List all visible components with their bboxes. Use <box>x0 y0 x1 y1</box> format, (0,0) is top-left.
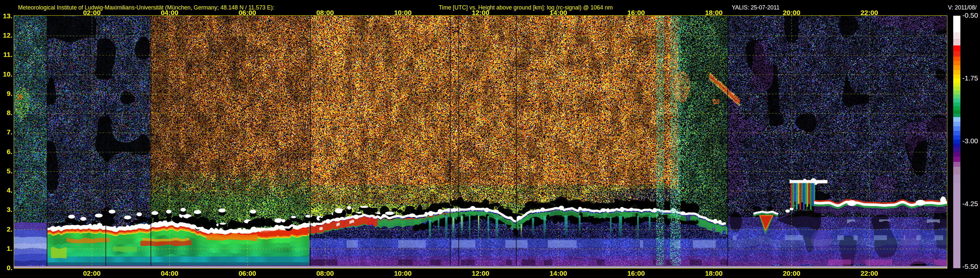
colorbar-tail <box>953 183 960 268</box>
x-tick-label: 08:00 <box>311 270 339 277</box>
x-tick-label: 20:00 <box>778 270 805 277</box>
y-tick-label: 1. <box>0 244 13 252</box>
y-tick-label: 5. <box>0 167 13 175</box>
colorbar-step <box>953 45 960 51</box>
colorbar-step <box>953 83 960 87</box>
y-tick-label: 13. <box>0 12 13 20</box>
colorbar-step <box>953 114 960 117</box>
colorbar-step <box>953 175 960 183</box>
colorbar-step <box>953 106 960 110</box>
colorbar-step <box>953 32 960 39</box>
colorbar-tick-label: -4.25 <box>963 200 978 208</box>
y-tick-label: 3. <box>0 206 13 214</box>
y-tick-label: 6. <box>0 148 13 156</box>
colorbar-step <box>953 144 960 147</box>
colorbar-step <box>953 16 960 24</box>
colorbar-step <box>953 136 960 140</box>
x-tick-label: 10:00 <box>389 270 417 277</box>
colorbar-step <box>953 152 960 157</box>
lidar-heatmap <box>14 16 947 268</box>
colorbar-step <box>953 131 960 136</box>
colorbar-step <box>953 147 960 152</box>
colorbar-step <box>953 24 960 33</box>
y-tick-label: 12. <box>0 31 13 39</box>
colorbar-step <box>953 91 960 94</box>
colorbar-step <box>953 162 960 167</box>
colorbar-step <box>953 140 960 144</box>
colorbar-tick-label: -3.00 <box>963 137 978 145</box>
y-tick-label: 2. <box>0 225 13 233</box>
y-tick-label: 9. <box>0 89 13 97</box>
colorbar-step <box>953 99 960 102</box>
x-tick-label: 14:00 <box>544 270 572 277</box>
colorbar-step <box>953 121 960 126</box>
colorbar-step <box>953 57 960 61</box>
y-tick-label: 4. <box>0 187 13 194</box>
colorbar-step <box>953 110 960 114</box>
x-tick-label: 16:00 <box>622 270 650 277</box>
colorbar-step <box>953 75 960 78</box>
lidar-quicklook-screen: Meteorological Institute of Ludwig-Maxim… <box>0 0 980 278</box>
station-date-label: YALIS: 25-07-2011 <box>732 4 780 10</box>
x-tick-label: 02:00 <box>78 270 105 277</box>
y-tick-label: 8. <box>0 109 13 117</box>
colorbar-step <box>953 126 960 131</box>
colorbar-step <box>953 94 960 99</box>
colorbar-tick-label: -1.75 <box>963 74 978 82</box>
colorbar <box>953 16 960 268</box>
colorbar-tick-label: -0.50 <box>963 11 978 19</box>
version-label: V: 2011/08/ <box>948 4 977 10</box>
y-tick-label: 10. <box>0 70 13 78</box>
colorbar-step <box>953 87 960 91</box>
colorbar-step <box>953 66 960 70</box>
y-tick-label: 11. <box>0 51 13 59</box>
colorbar-step <box>953 39 960 45</box>
y-tick-label: 7. <box>0 128 13 136</box>
x-tick-label: 18:00 <box>700 270 727 277</box>
x-tick-label: 12:00 <box>467 270 494 277</box>
colorbar-step <box>953 167 960 175</box>
plot-frame <box>14 15 947 268</box>
x-tick-label: 22:00 <box>856 270 883 277</box>
colorbar-step <box>953 102 960 106</box>
colorbar-step <box>953 51 960 57</box>
colorbar-step <box>953 157 960 162</box>
colorbar-step <box>953 61 960 66</box>
colorbar-tick-label: -5.50 <box>963 263 978 270</box>
colorbar-step <box>953 78 960 83</box>
y-tick-label: 0. <box>0 264 13 272</box>
x-tick-label: 06:00 <box>234 270 261 277</box>
colorbar-step <box>953 70 960 75</box>
x-tick-label: 04:00 <box>156 270 183 277</box>
plot-title: Time [UTC] vs. Height above ground [km]:… <box>439 4 613 10</box>
colorbar-step <box>953 117 960 121</box>
